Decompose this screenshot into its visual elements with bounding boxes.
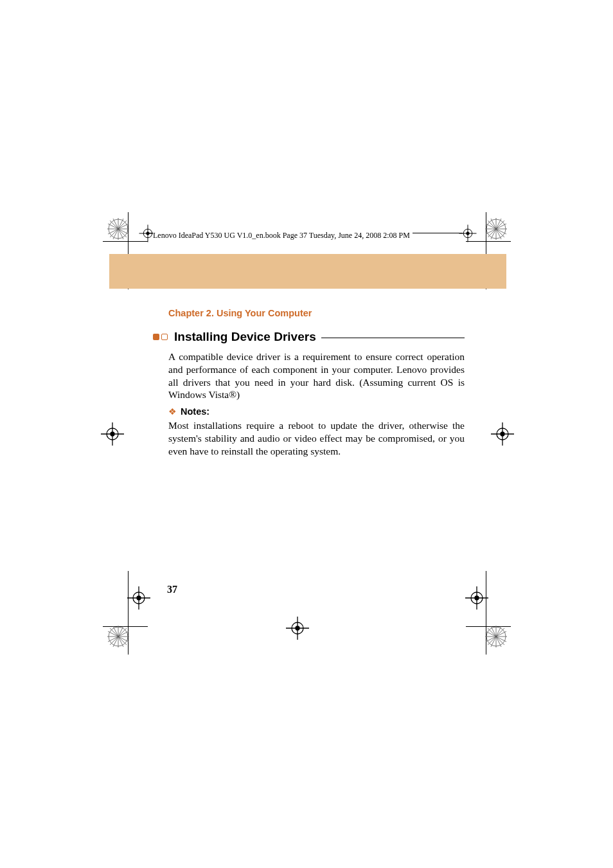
svg-line-35 bbox=[486, 631, 506, 642]
svg-line-30 bbox=[488, 628, 504, 645]
svg-point-0 bbox=[109, 219, 128, 239]
svg-line-6 bbox=[113, 219, 123, 239]
crop-rule bbox=[103, 241, 148, 242]
svg-line-34 bbox=[486, 631, 506, 642]
svg-point-52 bbox=[133, 592, 145, 604]
book-header-text: Lenovo IdeaPad Y530 UG V1.0_en.book Page… bbox=[153, 231, 413, 240]
page-content: Chapter 2. Using Your Computer Installin… bbox=[109, 254, 506, 463]
crosshair-icon bbox=[126, 585, 152, 611]
crop-rule bbox=[128, 571, 129, 655]
svg-line-17 bbox=[486, 224, 506, 234]
crosshair-icon bbox=[458, 224, 477, 243]
chapter-title: Chapter 2. Using Your Computer bbox=[109, 289, 506, 327]
svg-line-15 bbox=[491, 219, 501, 239]
notes-heading: ❖ Notes: bbox=[109, 406, 506, 418]
section-heading-row: Installing Device Drivers bbox=[109, 330, 506, 344]
svg-point-61 bbox=[296, 626, 299, 630]
body-paragraph: A compatible device driver is a requirem… bbox=[109, 350, 506, 401]
margin-color-band bbox=[109, 254, 506, 289]
svg-line-16 bbox=[486, 224, 506, 234]
svg-line-21 bbox=[110, 628, 127, 645]
svg-line-3 bbox=[110, 221, 127, 237]
svg-point-9 bbox=[486, 219, 506, 239]
register-sunburst-icon bbox=[105, 624, 131, 649]
crop-rule bbox=[103, 626, 148, 627]
crop-rule bbox=[466, 626, 511, 627]
svg-point-68 bbox=[463, 229, 472, 238]
svg-point-64 bbox=[143, 229, 152, 238]
notes-paragraph: Most installations require a reboot to u… bbox=[109, 419, 506, 457]
crosshair-icon bbox=[285, 615, 310, 641]
svg-line-8 bbox=[108, 224, 129, 234]
svg-line-14 bbox=[491, 219, 501, 239]
svg-line-4 bbox=[110, 221, 127, 237]
heading-bullet-icon bbox=[153, 334, 168, 340]
svg-point-57 bbox=[475, 596, 479, 600]
register-sunburst-icon bbox=[483, 624, 509, 649]
section-heading: Installing Device Drivers bbox=[174, 330, 316, 344]
svg-point-60 bbox=[292, 622, 303, 634]
register-sunburst-icon bbox=[105, 216, 131, 242]
svg-line-23 bbox=[113, 626, 123, 647]
svg-line-22 bbox=[110, 628, 127, 645]
svg-line-24 bbox=[113, 626, 123, 647]
notes-label: Notes: bbox=[181, 406, 209, 417]
crop-rule bbox=[466, 241, 511, 242]
svg-point-69 bbox=[466, 232, 470, 235]
svg-line-12 bbox=[488, 221, 504, 237]
svg-line-13 bbox=[488, 221, 504, 237]
crop-rule bbox=[486, 571, 486, 655]
svg-line-33 bbox=[491, 626, 501, 647]
svg-point-56 bbox=[471, 592, 483, 604]
svg-line-7 bbox=[108, 224, 129, 234]
svg-line-32 bbox=[491, 626, 501, 647]
svg-point-53 bbox=[137, 596, 141, 600]
svg-line-5 bbox=[113, 219, 123, 239]
svg-line-26 bbox=[108, 631, 129, 642]
svg-point-18 bbox=[109, 627, 128, 646]
register-sunburst-icon bbox=[483, 216, 509, 242]
svg-line-31 bbox=[488, 628, 504, 645]
heading-rule bbox=[321, 338, 465, 338]
svg-point-27 bbox=[486, 627, 506, 646]
page-number: 37 bbox=[167, 584, 177, 595]
diamond-icon: ❖ bbox=[168, 406, 177, 417]
svg-line-25 bbox=[108, 631, 129, 642]
